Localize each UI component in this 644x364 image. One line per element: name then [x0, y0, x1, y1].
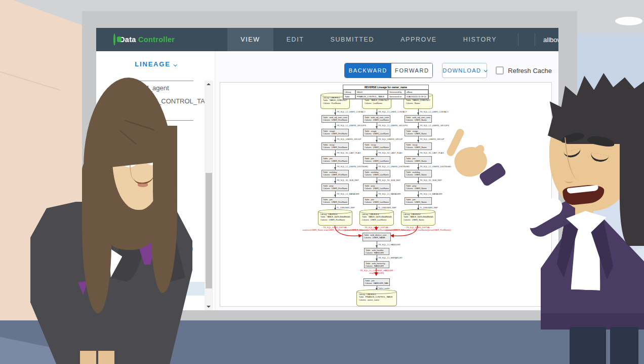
lineage-edge	[335, 177, 336, 184]
woman-leg	[80, 351, 96, 364]
lineage-edge	[335, 191, 336, 197]
lineage-edge	[418, 177, 419, 184]
lineage-mode-selector[interactable]: LINEAGE	[96, 60, 215, 68]
lineage-edge	[377, 150, 377, 156]
lineage-table-node: TablejoinColumnUSER_FirstName	[321, 197, 349, 205]
tab-edit[interactable]: EDIT	[273, 28, 317, 51]
woman-lip	[138, 184, 148, 187]
lineage-edge	[377, 241, 377, 248]
edge-label: TR_SQL_L1_USERS_GROUPS	[378, 124, 408, 127]
edge-label: TR_SQL_L1_MANAGER	[337, 193, 359, 195]
lineage-table-node: TableworkdayColumnUSER_Name	[405, 170, 432, 177]
edge-label: TR_SQL_L1_USERS_DISTINGED	[378, 165, 410, 168]
red-edge-label: ~ TR_SQL_L1_CURRENT_HANDLER ~strip(HANDL…	[341, 269, 412, 274]
woman-leg	[98, 351, 114, 364]
lineage-edge	[418, 150, 419, 156]
lineage-table-node: TableusageColumnUSER_FirstName	[321, 129, 349, 136]
lineage-edge	[418, 136, 419, 142]
tab-submitted[interactable]: SUBMITTED	[317, 28, 388, 51]
office-presentation-scene: Data Controller VIEWEDITSUBMITTEDAPPROVE…	[0, 0, 644, 364]
chevron-down-icon	[173, 63, 177, 66]
edge-label: TR_SQL_S1_LAST_FLAG	[378, 152, 402, 154]
edge-label: TR_SQL_S1_LAST_FLAG	[420, 152, 444, 154]
diagram-title-box: REVERSE Lineage for owner_name Libraryli…	[343, 85, 429, 99]
edge-label: TR_SQL_L1_USER_CONTACT	[337, 111, 366, 113]
lineage-table-node: TablerecapColumnUSER_FirstName	[321, 142, 349, 150]
lineage-table-node: TablejoinColumnUSER_Name	[405, 156, 432, 164]
edge-label: Table Loader	[378, 287, 390, 289]
edge-label: TR_SQL_L1_USER_CONTACT	[378, 111, 407, 113]
lineage-edge	[418, 123, 419, 129]
edge-label: TR_SQL_L1_HANDLER	[378, 243, 400, 246]
lineage-table-node: Tableweb_distinct_userColumnUSER_NAME	[363, 233, 391, 241]
lineage-edge	[377, 191, 377, 197]
edge-label: TR_SQL_L1_USERS_GROUPS	[337, 124, 366, 127]
nav-right-group: allbow	[510, 28, 558, 51]
brand-controller: Controller	[138, 35, 175, 44]
lineage-edge	[335, 164, 336, 170]
lineage-table-node: TablejoinColumnUSER_LastName	[363, 197, 390, 205]
lineage-edge	[335, 123, 336, 129]
edge-label: TL_DIMUSER_REP	[420, 206, 438, 209]
lineage-edge	[377, 164, 377, 170]
lineage-label: LINEAGE	[135, 60, 170, 68]
edge-label: TL_DIMUSER_REP	[378, 206, 396, 209]
data-controller-logo-icon	[113, 33, 115, 46]
lineage-table-node: TablejoinColumnUSER_Name	[405, 197, 432, 205]
lineage-table-node: TablerecapColumnUSER_Name	[405, 142, 432, 150]
nav-tabs: VIEWEDITSUBMITTEDAPPROVEHISTORY	[227, 28, 510, 51]
lineage-table-node: Tableweb_handlerColumnHANDLER	[364, 248, 389, 255]
lineage-table-node: TableworkdayColumnUSER_FirstName	[321, 170, 349, 177]
man-pant-leg	[570, 327, 606, 364]
lineage-dataset-node: LibraryLIBLEVL4TableTABLE_5b09c4bbd8b6d2…	[359, 210, 394, 226]
tab-approve[interactable]: APPROVE	[387, 28, 450, 51]
nav-divider	[535, 33, 535, 46]
edge-label: TR_SQL_S1_SUB_REP	[378, 179, 400, 181]
lineage-edge	[377, 255, 377, 261]
lineage-table-node: TablerecapColumnUSER_LastName	[363, 142, 390, 150]
lineage-edge	[377, 136, 377, 142]
lineage-table-node: TableprepColumnUSER_FirstName	[321, 184, 349, 191]
brand-data: Data	[119, 35, 136, 44]
presenter-man	[441, 71, 644, 364]
lineage-dataset-node: LibraryLIBLEVL4TableTABLE_5b09c4bbd8b6d2…	[401, 210, 435, 226]
edge-label: TR_SQL_USERS_GROUP	[420, 138, 444, 140]
man-pant-leg	[610, 327, 638, 364]
lineage-table-node: Tableweb_sql_user_contactColumnUSER_Name	[405, 115, 432, 123]
lineage-edge	[377, 109, 377, 115]
lineage-table-node: TablejoinColumnUSER_LastName	[363, 156, 390, 164]
ceiling-light	[615, 17, 642, 25]
lineage-table-node: TablejoinColumnHANDLER_NAME	[364, 278, 390, 286]
lineage-table-node: TableworkdayColumnUSER_LastName	[363, 170, 390, 177]
presenter-woman	[20, 75, 223, 364]
lineage-table-node: Tableweb_sql_user_contactColumnUSER_Firs…	[321, 115, 349, 123]
lineage-table-node: TableprepColumnUSER_Name	[405, 184, 432, 191]
man-nostril	[565, 178, 573, 183]
lineage-edge	[418, 164, 419, 170]
lineage-edge	[377, 177, 377, 184]
tab-history[interactable]: HISTORY	[450, 28, 510, 51]
nav-divider	[518, 33, 518, 46]
lineage-table-node: TableusageColumnUSER_LastName	[363, 129, 390, 136]
tab-view[interactable]: VIEW	[227, 28, 273, 51]
lineage-edge	[418, 109, 419, 115]
user-menu[interactable]: allbow	[543, 36, 558, 44]
edge-label: TR_SQL_L1_MANAGER	[420, 193, 442, 195]
navbar: Data Controller VIEWEDITSUBMITTEDAPPROVE…	[96, 28, 558, 51]
lineage-edge	[377, 123, 377, 129]
lineage-edge	[335, 136, 336, 142]
lineage-table-node: Tableweb_sql_user_contactColumnUSER_Last…	[363, 115, 390, 123]
backward-button[interactable]: BACKWARD	[345, 63, 391, 78]
lineage-table-node: TableusageColumnUSER_Name	[405, 129, 432, 136]
lineage-table-node: Tableweb_hierarchyColumnHANDLER	[364, 261, 389, 268]
edge-label: TR_SQL_S1_SUB_REP	[337, 179, 359, 181]
edge-label: TR_SQL_L1_USERS_DISTINGED	[337, 165, 368, 168]
edge-label: TR_SQL_L1_MANAGER	[378, 193, 401, 195]
edge-label: TR_SQL_USERS_GROUP	[337, 138, 361, 140]
lineage-dataset-node: LibraryLIBLEVL4TableTABLE_5b09c4bbd8b6d2…	[318, 210, 352, 226]
edge-label: TR_SQL_L1_HIERARCHY	[378, 257, 402, 259]
username: allbow	[543, 36, 558, 44]
forward-button[interactable]: FORWARD	[391, 63, 432, 78]
edge-label: TR_SQL_S1_LAST_FLAG	[337, 152, 361, 154]
lineage-dataset-node: LibraryLIBLEVL5TableFINANCE_CONTROL_TABL…	[356, 290, 397, 306]
